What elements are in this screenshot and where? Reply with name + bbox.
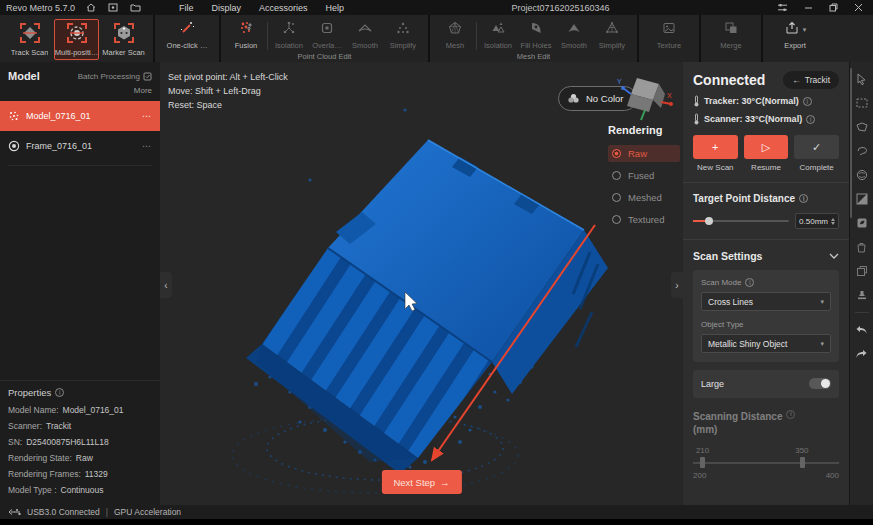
export-button[interactable]: ▾ Export [769,18,821,50]
delete-selection-icon[interactable] [855,240,869,254]
mesh-simplify-button[interactable]: Simplify [593,18,631,50]
model-list-item-selected[interactable]: Model_0716_01 ⋯ [0,101,160,131]
fill-holes-button[interactable]: Fill Holes [517,18,555,50]
rectangle-select-icon[interactable] [855,96,869,110]
undo-icon[interactable] [855,323,869,337]
target-point-distance-label: Target Point Distance [693,193,795,204]
fusion-button[interactable]: Fusion [227,18,265,50]
slider-handle-high[interactable] [800,457,805,468]
menu-display[interactable]: Display [212,3,242,13]
frame-icon [8,140,20,152]
resume-button[interactable]: ▷ [744,135,789,159]
handle-low-value: 210 [696,446,709,455]
minimize-icon[interactable] [804,3,813,12]
duplicate-icon[interactable] [855,264,869,278]
invert-selection-icon[interactable] [855,192,869,206]
property-row: Model Name:Model_0716_01 [8,405,152,415]
pointer-select-icon[interactable] [855,72,869,86]
properties-info-icon[interactable]: i [55,388,64,397]
large-toggle[interactable] [809,378,831,389]
scanning-distance-slider[interactable]: 210 350 200 400 [693,446,839,480]
multi-position-scan-button[interactable]: Multi-positi… [54,19,99,60]
fill-holes-icon [528,20,544,40]
frame-item-menu-button[interactable]: ⋯ [142,141,152,151]
range-max: 400 [826,471,839,480]
object-type-select[interactable]: Metallic Shiny Object ▾ [701,334,831,353]
complete-button[interactable]: ✓ [794,135,839,159]
hint-move: Move: Shift + Left-Drag [168,85,288,99]
mesh-isolation-icon [490,20,506,40]
one-click-button[interactable]: One-click … [161,18,213,50]
home-icon[interactable] [85,3,97,13]
panel-scrollbar[interactable] [850,68,852,218]
stamp-icon[interactable] [855,288,869,302]
menu-file[interactable]: File [179,3,194,13]
marker-scan-button[interactable]: Marker Scan [101,19,146,60]
scan-mode-select[interactable]: Cross Lines ▾ [701,292,831,311]
maximize-icon[interactable] [829,3,838,12]
mesh-smooth-button[interactable]: Smooth [555,18,593,50]
track-scan-button[interactable]: Track Scan [7,19,52,60]
one-click-group: One-click … [155,15,219,62]
arrow-right-icon: → [440,477,450,488]
folder-icon[interactable] [129,3,141,13]
rendering-option-fused[interactable]: Fused [608,167,680,184]
rendering-option-raw[interactable]: Raw [608,145,680,162]
more-button[interactable]: More [0,84,160,101]
tracker-temperature: Tracker: 30°C(Normal) i [693,95,839,107]
tracker-info-icon[interactable]: i [803,97,812,106]
collapse-left-panel-handle[interactable]: ‹ [160,272,172,298]
redo-icon[interactable] [855,347,869,361]
spinner-arrows[interactable] [831,218,835,225]
fill-region-icon[interactable] [855,216,869,230]
collapse-right-panel-handle[interactable]: › [671,272,683,298]
pc-smooth-button[interactable]: Smooth [346,18,384,50]
orientation-cube[interactable]: Y X [615,70,673,126]
scan-mode-info-icon[interactable]: i [745,278,754,287]
close-icon[interactable] [854,3,863,12]
next-step-button[interactable]: Next Step → [381,470,461,494]
lasso-select-icon[interactable] [855,144,869,158]
settings-sliders-icon[interactable] [777,3,788,12]
target-point-distance-slider[interactable] [693,217,789,225]
mesh-smooth-icon [566,20,582,40]
marker-scan-icon [113,22,135,48]
pc-isolation-button[interactable]: Isolation [270,18,308,50]
menu-accessories[interactable]: Accessories [259,3,308,13]
overlap-button[interactable]: Overla… [308,18,346,50]
screenshot-icon[interactable] [107,3,119,13]
viewport-3d[interactable]: Set pivot point: Alt + Left-Click Move: … [160,62,683,505]
divider [683,239,849,240]
connected-domain-icon[interactable] [855,168,869,182]
polygon-select-icon[interactable] [855,120,869,134]
property-row: Model Type :Continuous [8,485,152,495]
mesh-button[interactable]: Mesh [436,18,474,50]
merge-button[interactable]: Merge [707,18,755,50]
device-switch-button[interactable]: ← Trackit [783,71,839,89]
slider-knob[interactable] [705,217,713,225]
chevron-down-icon[interactable] [829,253,839,259]
texture-button[interactable]: Texture [645,18,693,50]
toolbar: Track Scan Multi-positi… Marker Scan One… [0,15,873,62]
scanner-info-icon[interactable]: i [806,115,815,124]
rendering-option-textured[interactable]: Textured [608,211,680,228]
frame-list-item[interactable]: Frame_0716_01 ⋯ [0,131,160,161]
target-point-distance-value[interactable]: 0.50mm [795,213,839,229]
slider-handle-low[interactable] [700,457,705,468]
plus-icon: + [712,141,718,153]
mesh-isolation-button[interactable]: Isolation [479,18,517,50]
model-item-menu-button[interactable]: ⋯ [142,111,152,121]
rendering-option-meshed[interactable]: Meshed [608,189,680,206]
batch-processing-button[interactable]: Batch Processing [78,72,152,81]
usb-status: USB3.0 Connected [27,507,100,517]
point-cloud-edit-caption: Point Cloud Edit [221,52,428,61]
merge-group: Merge [701,15,761,62]
simplify-icon [395,20,411,40]
project-title: Project07162025160346 [354,3,767,13]
tpd-info-icon[interactable]: i [799,194,808,203]
menu-help[interactable]: Help [326,3,345,13]
pc-simplify-button[interactable]: Simplify [384,18,422,50]
object-type-label: Object Type [701,320,744,329]
new-scan-button[interactable]: + [693,135,738,159]
scan-mode-label: Scan Mode [701,278,741,287]
